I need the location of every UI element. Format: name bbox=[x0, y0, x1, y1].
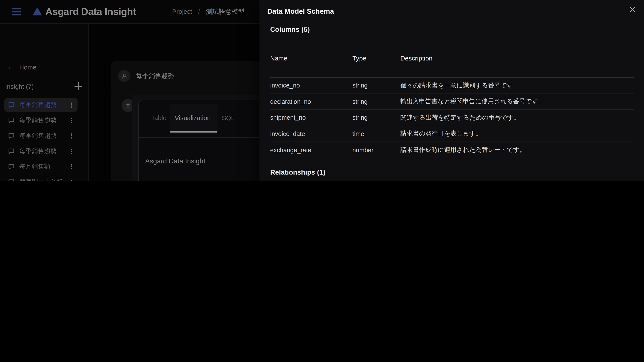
cell-description: 個々の請求書を一意に識別する番号です。 bbox=[400, 82, 634, 90]
cell-name: invoice_no bbox=[270, 82, 352, 89]
cell-name: declaration_no bbox=[270, 98, 352, 105]
cell-name: exchange_rate bbox=[270, 147, 352, 153]
table-row: shipment_no string 関連する出荷を特定するための番号です。 bbox=[270, 110, 634, 126]
cell-description: 輸出入申告書など税関申告に使用される番号です。 bbox=[400, 98, 634, 106]
drawer-title: Data Model Schema bbox=[267, 7, 334, 16]
app-window: Asgard Data Insight Project / 測試語意模型 ← H… bbox=[0, 0, 644, 181]
table-row: declaration_no string 輸出入申告書など税関申告に使用される… bbox=[270, 94, 634, 110]
drawer-header: Data Model Schema bbox=[260, 0, 644, 23]
col-header: Description bbox=[400, 55, 634, 62]
cell-name: shipment_no bbox=[270, 114, 352, 121]
cell-name: invoice_date bbox=[270, 130, 352, 137]
col-header: Name bbox=[270, 55, 352, 62]
cell-type: string bbox=[352, 98, 400, 105]
table-header-row: Name Type Description bbox=[270, 55, 634, 78]
table-row: exchange_rate number 請求書作成時に適用された為替レートです… bbox=[270, 142, 634, 158]
cell-type: string bbox=[352, 82, 400, 89]
relationships-heading: Relationships (1) bbox=[270, 168, 326, 176]
cell-type: string bbox=[352, 114, 400, 121]
cell-type: number bbox=[352, 147, 400, 153]
columns-heading: Columns (5) bbox=[270, 28, 310, 37]
col-header: Type bbox=[352, 55, 400, 62]
close-icon[interactable] bbox=[628, 5, 637, 14]
table-row: invoice_no string 個々の請求書を一意に識別する番号です。 bbox=[270, 78, 634, 94]
data-model-schema-drawer: Data Model Schema Columns (5) Name Type … bbox=[260, 0, 644, 181]
cell-description: 請求書の発行日を表します。 bbox=[400, 130, 634, 138]
cell-description: 請求書作成時に適用された為替レートです。 bbox=[400, 146, 634, 154]
cell-description: 関連する出荷を特定するための番号です。 bbox=[400, 114, 634, 122]
columns-table: Name Type Description invoice_no string … bbox=[270, 55, 634, 158]
table-row: invoice_date time 請求書の発行日を表します。 bbox=[270, 126, 634, 142]
drawer-body[interactable]: Columns (5) Name Type Description invoic… bbox=[260, 24, 644, 181]
cell-type: time bbox=[352, 130, 400, 137]
